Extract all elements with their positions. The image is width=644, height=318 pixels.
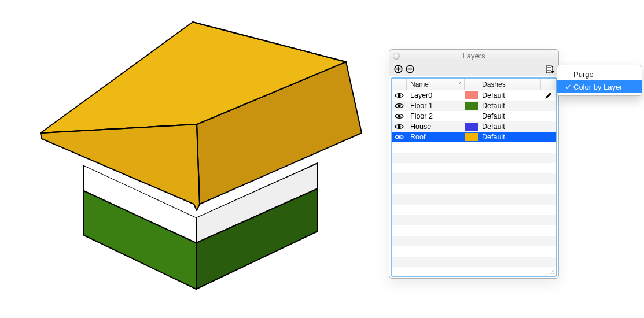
add-layer-button[interactable] (393, 64, 403, 75)
layer-row[interactable]: HouseDefault (392, 121, 556, 132)
menu-item[interactable]: ✓Color by Layer (557, 80, 642, 93)
layer-color-swatch[interactable] (465, 123, 479, 131)
menu-item-label: Purge (573, 70, 635, 79)
layers-options-button[interactable] (544, 64, 555, 75)
layer-color-swatch[interactable] (465, 133, 479, 141)
visibility-toggle[interactable] (392, 123, 407, 130)
window-close-button[interactable] (393, 53, 400, 60)
svg-point-15 (398, 125, 400, 128)
column-header-name[interactable]: Name ˄ (407, 79, 465, 90)
layer-color-swatch[interactable] (465, 102, 479, 110)
svg-marker-11 (546, 93, 551, 98)
layer-name[interactable]: Floor 2 (407, 112, 465, 120)
visibility-toggle[interactable] (392, 102, 407, 109)
layer-name[interactable]: Layer0 (407, 91, 465, 99)
menu-item[interactable]: Purge (557, 68, 642, 80)
resize-grip-icon[interactable] (548, 268, 555, 275)
check-icon: ✓ (564, 83, 572, 91)
layer-name[interactable]: Roof (407, 133, 465, 141)
layer-color-swatch[interactable] (465, 91, 479, 99)
remove-layer-button[interactable] (404, 64, 415, 75)
layer-color-swatch[interactable] (465, 112, 479, 120)
svg-point-14 (398, 114, 400, 117)
svg-point-10 (398, 94, 400, 97)
layer-name[interactable]: Floor 1 (407, 102, 465, 110)
visibility-toggle[interactable] (392, 92, 407, 99)
visibility-toggle[interactable] (392, 134, 407, 140)
model-viewport[interactable] (0, 0, 382, 318)
layers-titlebar[interactable]: Layers (389, 50, 558, 62)
visibility-toggle[interactable] (392, 113, 407, 120)
layer-dashes[interactable]: Default (479, 112, 541, 120)
menu-item-label: Color by Layer (573, 83, 635, 91)
layer-row[interactable]: Layer0Default (392, 90, 556, 101)
layer-row[interactable]: Floor 2Default (392, 111, 556, 121)
layers-column-header[interactable]: Name ˄ Dashes (392, 79, 556, 90)
layer-dashes[interactable]: Default (479, 91, 541, 99)
panel-title: Layers (462, 51, 485, 60)
column-header-dashes[interactable]: Dashes (479, 79, 541, 90)
svg-line-19 (553, 273, 554, 274)
layers-list[interactable]: Name ˄ Dashes Layer0DefaultFloor 1Defaul… (391, 77, 557, 277)
layer-dashes[interactable]: Default (479, 133, 541, 141)
layers-options-menu[interactable]: Purge✓Color by Layer (557, 65, 642, 96)
layer-dashes[interactable]: Default (479, 123, 541, 131)
layer-name[interactable]: House (407, 123, 465, 131)
sort-ascending-icon: ˄ (459, 82, 462, 88)
layers-panel: Layers Name ˄ Dashes (389, 49, 559, 279)
layer-edit-indicator (541, 91, 556, 99)
layers-toolbar (389, 62, 558, 76)
svg-marker-12 (545, 98, 546, 99)
layer-row[interactable]: RoofDefault (392, 132, 556, 142)
list-empty-area (392, 142, 556, 276)
column-header-name-label: Name (410, 80, 429, 88)
layer-row[interactable]: Floor 1Default (392, 101, 556, 111)
column-header-dashes-label: Dashes (482, 80, 506, 88)
layer-dashes[interactable]: Default (479, 102, 541, 110)
svg-point-13 (398, 104, 400, 107)
svg-point-16 (398, 135, 400, 138)
